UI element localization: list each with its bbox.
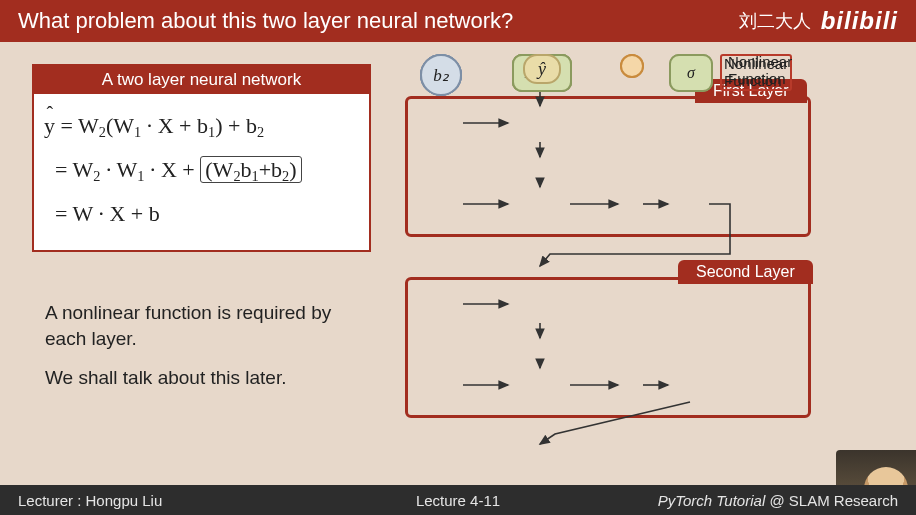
equation-card: A two layer neural network y = W2(W1 · X… [32,64,371,252]
footer-lecture-number: Lecture 4-11 [416,492,500,509]
output-yhat-node: ŷ [523,54,561,84]
note-text: A nonlinear function is required by each… [45,300,375,405]
note-line-1: A nonlinear function is required by each… [45,300,375,351]
footer-lecturer: Lecturer : Hongpu Liu [18,492,162,509]
note-line-2: We shall talk about this later. [45,365,375,391]
network-diagram: First Layer Second Layer X W [400,54,890,474]
equation-card-header: A two layer neural network [34,66,369,94]
b2-node: b₂ [420,54,462,96]
nonlinear-label-2: Nonlinear Function [728,54,792,87]
title-bar: What problem about this two layer neural… [0,0,916,42]
footer-bar: Lecturer : Hongpu Liu Lecture 4-11 PyTor… [0,485,916,515]
slide-title: What problem about this two layer neural… [18,8,513,34]
sigma2-node: σ [669,54,713,92]
equation-body: y = W2(W1 · X + b1) + b2 = W2 · W1 · X +… [34,94,369,250]
add2-out-node [620,54,644,78]
author-name: 刘二大人 [739,9,811,33]
site-logo: bilibili [821,7,898,35]
footer-course: PyTorch Tutorial @ SLAM Research [658,492,898,509]
